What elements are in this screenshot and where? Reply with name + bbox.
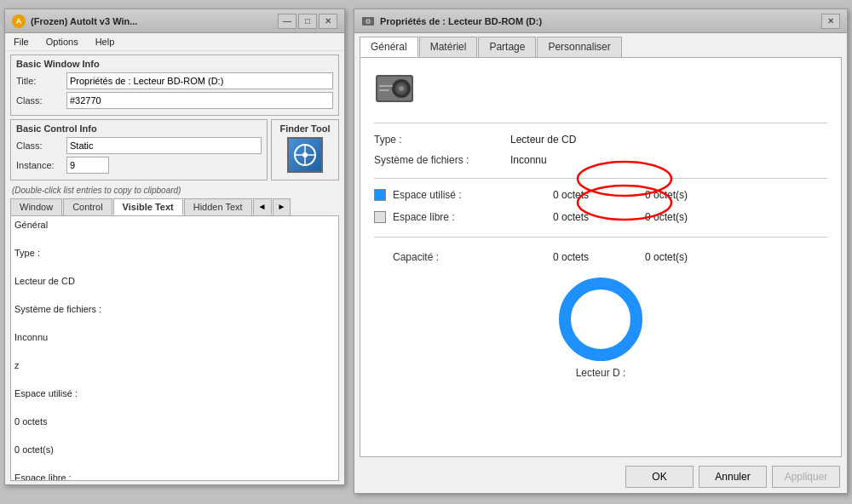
autoit-app-icon: A — [12, 14, 26, 28]
list-item[interactable]: Lecteur de CD — [14, 274, 335, 289]
control-instance-input[interactable] — [66, 157, 109, 174]
props-titlebar-left: Propriétés de : Lecteur BD-ROM (D:) — [361, 14, 542, 28]
finder-tool-box: Finder Tool — [271, 119, 339, 180]
autoit-window: A (Frozen) AutoIt v3 Win... — □ ✕ File O… — [4, 9, 345, 485]
tab-nav-right[interactable]: ► — [273, 198, 291, 215]
class-input[interactable] — [66, 92, 333, 109]
capacite-label: Capacité : — [393, 251, 504, 263]
props-buttons: OK Annuler Appliquer — [354, 461, 847, 493]
lecteur-label: Lecteur D : — [576, 367, 626, 379]
tab-visible-text[interactable]: Visible Text — [113, 198, 183, 215]
divider-3 — [374, 237, 827, 238]
basic-control-info-box: Basic Control Info Class: Instance: — [10, 119, 268, 180]
close-button[interactable]: ✕ — [319, 14, 337, 29]
list-item[interactable]: Espace libre : — [14, 471, 335, 480]
control-class-input[interactable] — [66, 137, 262, 154]
props-tab-general[interactable]: Général — [360, 37, 418, 57]
filesystem-value: Inconnu — [510, 154, 547, 166]
list-item[interactable]: Type : — [14, 246, 335, 261]
menu-help[interactable]: Help — [90, 35, 120, 49]
divider-1 — [374, 123, 827, 123]
title-field-row: Title: — [16, 72, 333, 89]
class-label: Class: — [16, 95, 63, 106]
espace-libre-sec: 0 octet(s) — [602, 211, 688, 223]
drive-svg-icon — [374, 68, 415, 109]
control-finder-row: Basic Control Info Class: Instance: Find… — [10, 119, 339, 180]
properties-window: Propriétés de : Lecteur BD-ROM (D:) ✕ Gé… — [354, 9, 848, 494]
svg-point-6 — [367, 20, 369, 22]
espace-libre-label: Espace libre : — [393, 211, 504, 223]
basic-control-info-title: Basic Control Info — [16, 123, 262, 134]
props-title: Propriétés de : Lecteur BD-ROM (D:) — [380, 16, 542, 26]
finder-tool-button[interactable] — [287, 137, 323, 173]
title-label: Title: — [16, 76, 63, 86]
svg-point-15 — [577, 295, 625, 343]
finder-tool-title: Finder Tool — [279, 123, 330, 134]
text-list[interactable]: Général Type : Lecteur de CD Système de … — [11, 216, 338, 480]
filesystem-row: Système de fichiers : Inconnu — [374, 154, 827, 166]
espace-libre-color — [374, 211, 386, 223]
props-tab-materiel[interactable]: Matériel — [419, 37, 478, 57]
props-content: Type : Lecteur de CD Système de fichiers… — [360, 57, 842, 457]
props-titlebar: Propriétés de : Lecteur BD-ROM (D:) ✕ — [354, 9, 847, 33]
espace-libre-row: Espace libre : 0 octets 0 octet(s) — [374, 211, 827, 223]
maximize-button[interactable]: □ — [298, 14, 317, 29]
donut-container: Lecteur D : — [374, 277, 827, 379]
capacite-sec: 0 octet(s) — [602, 251, 688, 263]
props-close-button[interactable]: ✕ — [821, 14, 840, 29]
espace-utilise-color — [374, 189, 386, 201]
props-app-icon — [361, 14, 375, 28]
titlebar-controls: — □ ✕ — [278, 14, 337, 29]
tab-window[interactable]: Window — [10, 198, 62, 215]
menu-bar: File Options Help — [5, 33, 344, 51]
props-header-row — [374, 68, 827, 109]
annuler-button[interactable]: Annuler — [699, 466, 767, 488]
type-value: Lecteur de CD — [510, 134, 576, 146]
type-row: Type : Lecteur de CD — [374, 134, 827, 146]
autoit-title: (Frozen) AutoIt v3 Win... — [31, 16, 137, 26]
type-label: Type : — [374, 134, 510, 146]
capacite-main: 0 octets — [504, 251, 589, 263]
list-item[interactable]: Espace utilisé : — [14, 387, 335, 401]
svg-point-3 — [302, 152, 308, 158]
list-item[interactable]: Système de fichiers : — [14, 302, 335, 317]
control-class-row: Class: — [16, 137, 262, 154]
list-item[interactable]: 0 octet(s) — [14, 443, 335, 457]
filesystem-label: Système de fichiers : — [374, 154, 510, 166]
crosshair-icon — [292, 142, 318, 168]
tab-control[interactable]: Control — [63, 198, 112, 215]
props-tab-partage[interactable]: Partage — [478, 37, 536, 57]
autoit-titlebar-left: A (Frozen) AutoIt v3 Win... — [12, 14, 137, 28]
svg-point-11 — [399, 86, 404, 91]
appliquer-button[interactable]: Appliquer — [772, 466, 840, 488]
menu-file[interactable]: File — [9, 35, 34, 49]
text-list-container: Général Type : Lecteur de CD Système de … — [10, 215, 339, 481]
menu-options[interactable]: Options — [41, 35, 83, 49]
espace-utilise-main: 0 octets — [504, 189, 589, 201]
class-field-row: Class: — [16, 92, 333, 109]
control-instance-row: Instance: — [16, 157, 262, 174]
list-item[interactable]: Inconnu — [14, 330, 335, 345]
basic-window-info-box: Basic Window Info Title: Class: — [10, 54, 339, 116]
bd-drive-icon — [374, 68, 415, 109]
donut-chart — [558, 277, 643, 362]
control-class-label: Class: — [16, 140, 63, 151]
autoit-titlebar: A (Frozen) AutoIt v3 Win... — □ ✕ — [5, 9, 344, 33]
svg-rect-13 — [379, 89, 389, 91]
list-item[interactable]: Général — [14, 218, 335, 232]
list-item[interactable]: z — [14, 358, 335, 373]
espace-libre-main: 0 octets — [504, 211, 589, 223]
tab-hidden-text[interactable]: Hidden Text — [184, 198, 252, 215]
tab-bar: Window Control Visible Text Hidden Text … — [5, 197, 344, 215]
espace-utilise-sec: 0 octet(s) — [602, 189, 688, 201]
props-tab-bar: Général Matériel Partage Personnaliser — [354, 33, 847, 57]
tab-nav-left[interactable]: ◄ — [253, 198, 272, 215]
list-item[interactable]: 0 octets — [14, 415, 335, 429]
title-input[interactable] — [66, 72, 333, 89]
props-tab-personnaliser[interactable]: Personnaliser — [537, 37, 621, 57]
minimize-button[interactable]: — — [278, 14, 296, 29]
control-instance-label: Instance: — [16, 160, 63, 170]
espace-utilise-label: Espace utilisé : — [393, 189, 504, 201]
basic-window-info-title: Basic Window Info — [16, 59, 333, 69]
ok-button[interactable]: OK — [625, 466, 694, 488]
